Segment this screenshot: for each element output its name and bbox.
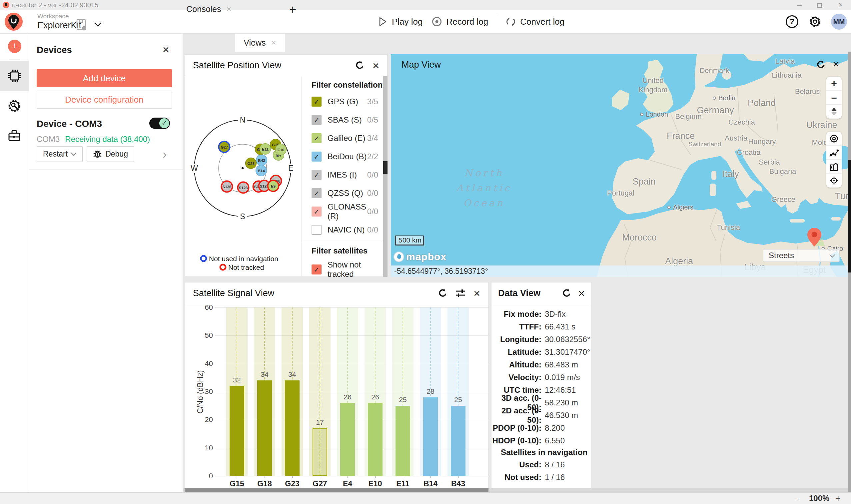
rail-divider <box>9 60 20 60</box>
configuration-tools-icon[interactable] <box>7 99 21 113</box>
filter-row[interactable]: ✓Show not tracked <box>312 260 378 278</box>
filter-row[interactable]: ✓IMES (I)0/0 <box>312 165 378 184</box>
workspace-name[interactable]: ExplorerKit <box>37 20 81 31</box>
filter-row[interactable]: ✓BeiDou (B)2/2 <box>312 147 378 165</box>
svg-text:?: ? <box>790 17 794 26</box>
vertical-scrollbar-thumb[interactable] <box>848 160 851 272</box>
map-route-icon[interactable] <box>826 146 842 160</box>
map-label-denmark: Denmark <box>699 66 729 75</box>
chart-x-tick <box>430 476 431 478</box>
filters-scrollbar-thumb[interactable] <box>383 161 388 174</box>
chart-x-category: B43 <box>446 479 470 488</box>
close-icon[interactable]: × <box>474 287 480 299</box>
settings-gear-icon[interactable] <box>808 14 822 29</box>
save-workspace-icon[interactable] <box>76 19 87 31</box>
mapbox-attribution[interactable]: mapbox <box>393 251 446 263</box>
devices-panel: Devices × Add device Device configuratio… <box>29 34 183 492</box>
filter-count: 3/4 <box>367 133 378 143</box>
close-icon[interactable]: × <box>373 60 379 71</box>
compass-label-N: N <box>240 115 246 124</box>
data-value: 6.550 <box>545 436 565 445</box>
svg-text:E9: E9 <box>271 184 276 188</box>
refresh-icon[interactable] <box>562 288 571 298</box>
user-avatar[interactable]: MM <box>831 14 847 30</box>
filter-checkbox[interactable] <box>312 225 321 235</box>
zoom-in-button[interactable]: + <box>836 493 841 504</box>
minimize-button[interactable] <box>792 0 807 10</box>
map-locate-icon[interactable] <box>826 174 842 187</box>
debug-button[interactable]: Debug <box>87 146 134 162</box>
filter-checkbox[interactable]: ✓ <box>312 206 321 217</box>
restart-button[interactable]: Restart <box>37 146 83 162</box>
workspace-chevron-down-icon[interactable] <box>94 22 102 26</box>
filter-checkbox[interactable]: ✓ <box>312 96 321 107</box>
filter-row[interactable]: ✓QZSS (Q)0/0 <box>312 184 378 202</box>
filter-row[interactable]: ✓SBAS (S)0/5 <box>312 111 378 129</box>
svg-text:B14: B14 <box>258 169 265 173</box>
tab-consoles[interactable]: Consoles× <box>183 0 235 18</box>
tab-views[interactable]: Views× <box>235 34 285 52</box>
maximize-button[interactable] <box>812 0 827 10</box>
content-vertical-scrollbar[interactable] <box>848 52 851 492</box>
data-label: Used: <box>492 460 542 469</box>
device-expand-chevron[interactable]: › <box>163 148 166 162</box>
map-close-icon[interactable]: × <box>833 58 839 71</box>
map-zoom-in-button[interactable]: + <box>826 77 842 91</box>
filter-row[interactable]: ✓GLONASS (R)0/0 <box>312 202 378 220</box>
filter-checkbox[interactable]: ✓ <box>312 265 321 274</box>
record-log-button[interactable]: Record log <box>431 16 489 27</box>
svg-text:E11: E11 <box>262 147 269 151</box>
devices-close-icon[interactable]: × <box>163 43 169 56</box>
map-refresh-icon[interactable] <box>816 60 826 69</box>
map-label-turkey: Turkey <box>835 191 848 202</box>
close-icon[interactable]: × <box>578 287 585 299</box>
add-device-rail-button[interactable]: + <box>8 40 21 53</box>
device-configuration-button[interactable]: Device configuration <box>37 91 172 109</box>
filter-checkbox[interactable]: ✓ <box>312 133 321 143</box>
satpos-title: Satellite Position View <box>193 60 347 71</box>
play-log-button[interactable]: Play log <box>378 17 423 27</box>
data-label: Velocity: <box>492 373 542 382</box>
map-scale: 500 km <box>395 235 424 246</box>
skyplot-zenith-dot <box>242 167 244 169</box>
map-zoom-out-button[interactable]: – <box>826 91 842 105</box>
convert-log-button[interactable]: Convert log <box>506 16 564 27</box>
chart-x-axis <box>215 476 488 476</box>
horizontal-scrollbar-thumb[interactable] <box>184 488 489 492</box>
refresh-icon[interactable] <box>438 288 447 298</box>
signal-title: Satellite Signal View <box>193 288 430 299</box>
u-center2-window: u-center 2 - ver -24.02.93015 × Workspac… <box>0 0 851 504</box>
new-tab-button[interactable]: + <box>289 3 296 17</box>
filter-checkbox[interactable]: ✓ <box>312 115 321 125</box>
chart-settings-sliders-icon[interactable] <box>456 288 465 298</box>
tab-close-icon[interactable]: × <box>227 4 232 14</box>
device-chip-icon[interactable] <box>7 69 22 83</box>
ublox-logo <box>5 13 23 31</box>
map-style-selector[interactable]: Streets <box>763 249 840 262</box>
city-dot-icon <box>713 96 716 100</box>
chart-bar-value: 25 <box>447 396 469 404</box>
tab-close-icon[interactable]: × <box>271 38 276 48</box>
filter-checkbox[interactable]: ✓ <box>312 188 321 198</box>
map-buildings-icon[interactable] <box>826 160 842 174</box>
add-device-button[interactable]: Add device <box>37 69 172 87</box>
content-horizontal-scrollbar[interactable] <box>183 488 848 492</box>
filters-scrollbar[interactable] <box>383 76 388 277</box>
svg-text:S123: S123 <box>239 186 248 190</box>
toolbox-icon[interactable] <box>7 129 21 143</box>
filter-count: 3/5 <box>367 97 378 106</box>
map-center-target-icon[interactable] <box>826 131 842 146</box>
device-enabled-toggle[interactable]: ✓ <box>149 118 170 129</box>
filter-row[interactable]: ✓GPS (G)3/5 <box>312 92 378 111</box>
data-row: PDOP (0-10):8.200 <box>492 422 591 434</box>
filter-checkbox[interactable]: ✓ <box>312 170 321 180</box>
data-label: TTFF: <box>492 322 542 331</box>
map-pitch-button[interactable] <box>826 105 842 119</box>
zoom-out-button[interactable]: - <box>796 493 799 504</box>
close-window-button[interactable]: × <box>833 0 848 10</box>
help-icon[interactable]: ? <box>785 15 799 29</box>
filter-row[interactable]: ✓Galileo (E)3/4 <box>312 129 378 147</box>
filter-row[interactable]: NAVIC (N)0/0 <box>312 220 378 239</box>
refresh-icon[interactable] <box>355 61 365 70</box>
filter-checkbox[interactable]: ✓ <box>312 151 321 162</box>
